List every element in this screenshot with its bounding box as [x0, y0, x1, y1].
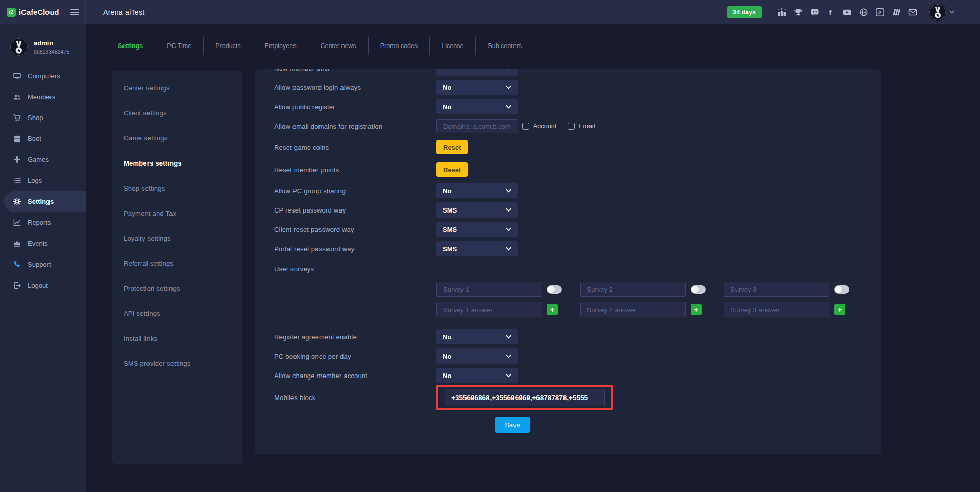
sidebar-item-reports[interactable]: Reports	[0, 212, 86, 233]
svg-text:i2: i2	[878, 10, 881, 15]
sidebar-item-games[interactable]: Games	[0, 149, 86, 170]
computers-icon	[13, 72, 21, 80]
settings-menu-loyalty-settings[interactable]: Loyalty settings	[112, 226, 242, 251]
games-dpad-icon	[13, 155, 21, 164]
user-id: 005193482475	[34, 49, 69, 55]
settings-gear-icon	[13, 197, 21, 206]
settings-menu-api-settings[interactable]: API settings	[112, 301, 242, 326]
ranking-podium-icon[interactable]	[777, 8, 787, 17]
settings-menu-install-links[interactable]: Install links	[112, 326, 242, 351]
sidebar-nav: Computers Members Shop Boot Games Logs	[0, 65, 86, 296]
sidebar-item-support[interactable]: Support	[0, 254, 86, 275]
header-actions: 34 days f i2	[727, 0, 980, 24]
reset-member-points-button[interactable]: Reset	[436, 162, 468, 177]
tab-promo-codes[interactable]: Promo codes	[368, 37, 430, 55]
form-row-survey-answers: + + +	[274, 299, 862, 320]
globe-icon[interactable]	[859, 8, 868, 17]
form-row-reset-game-coins: Reset game coins Reset	[274, 136, 862, 158]
allow-public-register-select[interactable]: No	[436, 99, 518, 114]
allow-password-login-select[interactable]: No	[436, 80, 518, 95]
portal-reset-password-select[interactable]: SMS	[436, 241, 518, 256]
survey-1-answer-input[interactable]	[436, 302, 542, 317]
cp-reset-password-select[interactable]: SMS	[436, 202, 518, 218]
icafecloud-site-icon[interactable]: i2	[875, 8, 885, 17]
form-row-register-agreement: Register agreement enable No	[274, 327, 862, 346]
sidebar-item-logout[interactable]: Logout	[0, 275, 86, 296]
sidebar-user-avatar[interactable]	[10, 38, 28, 56]
settings-menu-client-settings[interactable]: Client settings	[112, 101, 242, 126]
svg-text:f: f	[829, 8, 832, 17]
form-row-survey-questions	[274, 279, 862, 299]
tab-settings[interactable]: Settings	[106, 37, 155, 55]
settings-menu-shop-settings[interactable]: Shop settings	[112, 176, 242, 201]
form-row-cp-reset-password: CP reset password way SMS	[274, 200, 862, 220]
survey-1-toggle[interactable]	[547, 285, 562, 294]
form-row-allow-password-login: Allow password login always No	[274, 78, 862, 97]
mobiles-block-input[interactable]	[445, 389, 605, 406]
menu-toggle-button[interactable]	[70, 9, 79, 15]
settings-menu-sms-provider-settings[interactable]: SMS provider settings	[112, 351, 242, 376]
survey-2-answer-input[interactable]	[580, 302, 686, 317]
survey-2-add-answer-button[interactable]: +	[691, 304, 702, 315]
new-member-offer-select[interactable]	[436, 69, 518, 76]
user-name: admin	[34, 39, 69, 47]
brand-name: iCafeCloud	[19, 8, 59, 16]
allow-change-member-account-select[interactable]: No	[436, 368, 518, 383]
sidebar-item-boot[interactable]: Boot	[0, 128, 86, 149]
user-avatar[interactable]	[929, 4, 946, 21]
save-button[interactable]: Save	[495, 417, 530, 433]
pc-group-sharing-select[interactable]: No	[436, 183, 518, 198]
settings-menu-members-settings[interactable]: Members settings	[112, 151, 242, 176]
tab-license[interactable]: License	[429, 37, 475, 55]
discord-icon[interactable]	[810, 8, 819, 17]
chevron-down-icon[interactable]	[949, 10, 954, 14]
survey-1-add-answer-button[interactable]: +	[547, 304, 558, 315]
youtube-icon[interactable]	[843, 8, 852, 17]
top-bar: i2 iCafeCloud Arena aiTest 34 days f	[0, 0, 980, 24]
survey-2-input[interactable]	[580, 282, 686, 297]
support-phone-icon	[13, 260, 21, 269]
survey-3-add-answer-button[interactable]: +	[834, 304, 845, 315]
mail-icon[interactable]	[908, 8, 917, 17]
account-checkbox[interactable]	[522, 123, 529, 130]
mobiles-block-highlight	[436, 385, 613, 410]
client-reset-password-select[interactable]: SMS	[436, 222, 518, 237]
email-domains-input[interactable]	[436, 119, 518, 133]
pc-booking-select[interactable]: No	[436, 348, 518, 364]
survey-3-input[interactable]	[724, 282, 829, 297]
settings-menu-protection-settings[interactable]: Protection settings	[112, 276, 242, 301]
settings-menu-payment-and-tax[interactable]: Payment and Tax	[112, 201, 242, 226]
email-checkbox[interactable]	[568, 123, 575, 130]
license-days-badge[interactable]: 34 days	[727, 6, 762, 18]
sidebar-item-logs[interactable]: Logs	[0, 170, 86, 191]
sidebar-item-shop[interactable]: Shop	[0, 107, 86, 128]
tab-pc-time[interactable]: PC Time	[155, 37, 203, 55]
center-name: Arena aiTest	[103, 8, 144, 16]
stack-icon[interactable]	[892, 8, 901, 17]
settings-menu-game-settings[interactable]: Game settings	[112, 126, 242, 151]
sidebar-item-computers[interactable]: Computers	[0, 65, 86, 86]
survey-3-answer-input[interactable]	[724, 302, 829, 317]
sidebar-item-members[interactable]: Members	[0, 86, 86, 107]
survey-3-toggle[interactable]	[834, 285, 849, 294]
brand-logo-icon: i2	[7, 8, 16, 17]
logout-icon	[13, 281, 21, 290]
settings-menu-center-settings[interactable]: Center settings	[112, 76, 242, 101]
brand-area: i2 iCafeCloud	[0, 0, 86, 24]
trophy-icon[interactable]	[794, 8, 803, 17]
settings-menu-referral-settings[interactable]: Referral settings	[112, 251, 242, 276]
tab-sub-centers[interactable]: Sub centers	[475, 37, 533, 55]
form-row-allow-change-member-account: Allow change member account No	[274, 366, 862, 385]
shop-cart-icon	[13, 113, 21, 122]
sidebar-item-events[interactable]: Events	[0, 233, 86, 254]
sidebar-item-settings[interactable]: Settings	[4, 191, 86, 212]
register-agreement-select[interactable]: No	[436, 329, 518, 344]
tab-center-news[interactable]: Center news	[308, 37, 368, 55]
tab-employees[interactable]: Employees	[253, 37, 308, 55]
survey-1-input[interactable]	[436, 282, 542, 297]
survey-2-toggle[interactable]	[691, 285, 706, 294]
facebook-icon[interactable]: f	[826, 8, 836, 17]
reset-game-coins-button[interactable]: Reset	[436, 140, 468, 154]
form-row-client-reset-password: Client reset password way SMS	[274, 220, 862, 239]
tab-products[interactable]: Products	[203, 37, 252, 55]
